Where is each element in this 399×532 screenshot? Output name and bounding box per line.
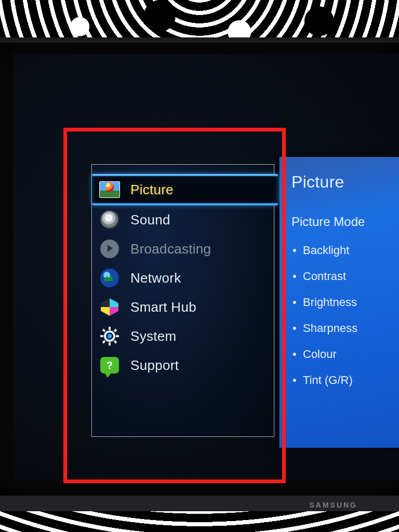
smarthub-icon <box>99 297 120 317</box>
submenu-item-brightness[interactable]: Brightness <box>291 289 399 315</box>
system-icon <box>99 326 120 347</box>
main-menu-list: Picture Sound Broadcasting Network Smart <box>92 174 278 380</box>
submenu-item-contrast[interactable]: Contrast <box>291 263 399 289</box>
menu-item-label: Broadcasting <box>130 241 272 257</box>
sound-icon <box>99 209 120 230</box>
menu-item-smart-hub[interactable]: Smart Hub <box>92 292 278 322</box>
menu-item-broadcasting[interactable]: Broadcasting <box>92 234 278 263</box>
main-menu-panel: Picture Sound Broadcasting Network Smart <box>91 164 274 437</box>
menu-item-label: Smart Hub <box>130 299 272 315</box>
menu-item-network[interactable]: Network <box>92 263 278 292</box>
svg-line-8 <box>114 329 116 331</box>
submenu-list: Backlight Contrast Brightness Sharpness … <box>291 237 399 393</box>
menu-item-picture[interactable]: Picture <box>92 174 278 205</box>
submenu-item-tint[interactable]: Tint (G/R) <box>291 367 399 393</box>
menu-item-label: Network <box>130 270 272 286</box>
submenu-section-heading[interactable]: Picture Mode <box>291 215 399 229</box>
submenu-panel: Picture Picture Mode Backlight Contrast … <box>280 157 399 448</box>
menu-item-sound[interactable]: Sound <box>92 205 278 234</box>
svg-line-7 <box>103 341 105 343</box>
svg-line-5 <box>103 329 105 331</box>
submenu-item-backlight[interactable]: Backlight <box>291 237 399 263</box>
tv-screen: Picture Sound Broadcasting Network Smart <box>14 54 399 480</box>
support-icon: ? <box>99 355 120 376</box>
broadcasting-icon <box>99 238 120 259</box>
menu-item-label: Picture <box>130 182 272 198</box>
network-icon <box>99 268 120 288</box>
svg-point-9 <box>108 334 112 339</box>
submenu-item-colour[interactable]: Colour <box>291 341 399 367</box>
tv-frame: SAMSUNG Picture Sound Broadcasting <box>0 37 399 511</box>
svg-line-6 <box>114 341 116 343</box>
menu-item-system[interactable]: System <box>92 322 278 351</box>
submenu-title: Picture <box>291 172 399 192</box>
picture-icon <box>99 179 120 200</box>
tv-brand-logo: SAMSUNG <box>309 501 357 509</box>
menu-item-support[interactable]: ? Support <box>92 351 278 380</box>
menu-item-label: Support <box>130 357 272 374</box>
menu-item-label: System <box>130 328 272 344</box>
menu-item-label: Sound <box>130 212 272 228</box>
submenu-item-sharpness[interactable]: Sharpness <box>291 315 399 341</box>
